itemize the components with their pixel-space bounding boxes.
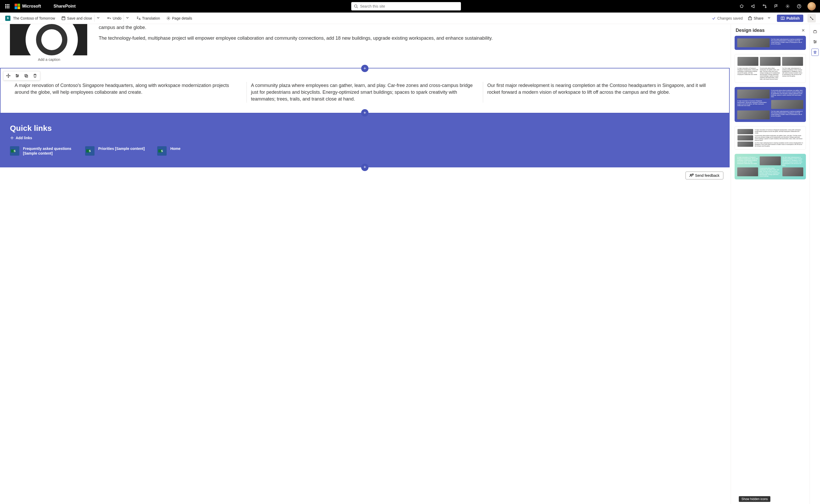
svg-point-4 <box>787 6 788 7</box>
hero-image[interactable] <box>10 24 87 55</box>
quick-links-section[interactable]: Quick links Add links S Frequently asked… <box>0 113 730 167</box>
move-section-button[interactable] <box>4 72 13 80</box>
quick-link-item[interactable]: S Home <box>157 146 180 156</box>
book-icon <box>781 16 785 20</box>
image-caption-placeholder[interactable]: Add a caption <box>10 57 88 62</box>
undo-dropdown[interactable] <box>124 15 131 22</box>
suite-header: Microsoft SharePoint <box>0 0 820 13</box>
quick-link-label: Home <box>170 146 180 151</box>
search-box[interactable] <box>351 2 461 10</box>
duplicate-section-button[interactable] <box>22 72 31 80</box>
quick-link-item[interactable]: S Priorities [Sample content] <box>85 146 145 156</box>
premium-icon[interactable] <box>736 0 747 13</box>
quick-link-label: Frequently asked questions [Sample conte… <box>23 146 73 156</box>
page-canvas[interactable]: Add a caption campus and the globe. The … <box>0 24 731 504</box>
toolbox-icon[interactable] <box>811 28 819 35</box>
hero-paragraph-1: campus and the globe. <box>99 24 720 31</box>
hero-text[interactable]: campus and the globe. The technology-fue… <box>99 24 720 62</box>
sliders-icon <box>15 74 19 78</box>
design-idea-card[interactable]: A major renovation of Contoso's Singapor… <box>735 54 806 83</box>
add-links-button[interactable]: Add links <box>10 136 720 140</box>
save-dropdown[interactable] <box>94 15 102 22</box>
svg-point-11 <box>17 77 17 77</box>
delete-section-button[interactable] <box>31 72 39 80</box>
publish-button[interactable]: Publish <box>777 15 803 22</box>
person-feedback-icon <box>689 173 694 178</box>
design-ideas-list[interactable]: Our first major redevelopment is nearing… <box>731 36 810 504</box>
quick-link-label: Priorities [Sample content] <box>98 146 145 151</box>
column-3-text[interactable]: Our first major redevelopment is nearing… <box>483 82 719 102</box>
sharepoint-tile-icon: S <box>157 146 167 156</box>
site-logo-icon: B <box>5 16 10 21</box>
show-hidden-icons-tooltip: Show hidden icons <box>739 496 770 502</box>
svg-point-3 <box>765 7 766 8</box>
edit-section-button[interactable] <box>13 72 22 80</box>
chevron-down-icon <box>125 16 130 20</box>
add-section-top-button[interactable]: + <box>361 65 368 72</box>
save-and-close-button[interactable]: Save and close <box>60 15 93 21</box>
add-section-below-button[interactable]: + <box>361 164 368 171</box>
search-input[interactable] <box>360 4 458 8</box>
collapse-pane-button[interactable] <box>807 14 816 22</box>
translation-icon <box>136 16 140 20</box>
command-bar: B The Contoso of Tomorrow Save and close… <box>0 13 820 24</box>
share-icon <box>748 16 752 20</box>
column-1-text[interactable]: A major renovation of Contoso's Singapor… <box>10 82 247 102</box>
save-status: Changes saved <box>712 16 743 20</box>
selected-section[interactable]: + A major renovation of Contoso's Singap… <box>0 68 730 113</box>
site-breadcrumb[interactable]: B The Contoso of Tomorrow <box>4 15 56 22</box>
add-section-bottom-button[interactable]: + <box>361 109 368 116</box>
column-2-text[interactable]: A community plaza where employees can ga… <box>247 82 483 102</box>
page-details-button[interactable]: Page details <box>165 15 193 21</box>
settings-icon[interactable] <box>782 0 793 13</box>
send-feedback-button[interactable]: Send feedback <box>686 172 723 179</box>
help-icon[interactable] <box>794 0 804 13</box>
right-rail <box>810 24 820 504</box>
svg-point-14 <box>690 174 691 175</box>
checkmark-icon <box>712 16 716 20</box>
quick-link-item[interactable]: S Frequently asked questions [Sample con… <box>10 146 73 156</box>
close-pane-button[interactable]: ✕ <box>801 28 805 33</box>
ms-logo-icon <box>15 4 20 9</box>
svg-rect-6 <box>62 17 65 20</box>
svg-point-9 <box>16 74 17 75</box>
share-button[interactable]: Share <box>747 15 764 21</box>
connector-icon[interactable] <box>759 0 770 13</box>
undo-button[interactable]: Undo <box>106 15 122 21</box>
design-ideas-rail-button[interactable] <box>811 49 819 56</box>
quick-links-title: Quick links <box>10 124 720 133</box>
search-icon <box>354 4 358 8</box>
design-idea-card[interactable]: A community plaza where employees can ga… <box>735 87 806 122</box>
chevron-down-icon <box>96 16 100 20</box>
save-icon <box>61 16 66 20</box>
design-idea-card[interactable]: A major renovation of Contoso's Singapor… <box>735 126 806 150</box>
svg-point-0 <box>354 5 357 7</box>
svg-rect-15 <box>813 31 817 33</box>
svg-point-10 <box>18 75 19 76</box>
app-launcher[interactable] <box>2 0 13 13</box>
translation-button[interactable]: Translation <box>135 15 161 21</box>
move-icon <box>6 74 10 78</box>
plus-icon <box>10 136 14 140</box>
pane-title: Design ideas <box>736 28 765 33</box>
svg-point-5 <box>797 4 801 8</box>
megaphone-icon[interactable] <box>748 0 758 13</box>
waffle-icon <box>5 4 9 8</box>
microsoft-logo[interactable]: Microsoft <box>15 4 41 9</box>
design-idea-card[interactable]: Our first major redevelopment is nearing… <box>735 36 806 50</box>
trash-icon <box>33 74 37 78</box>
properties-icon[interactable] <box>811 38 819 45</box>
flag-icon[interactable] <box>771 0 781 13</box>
share-dropdown[interactable] <box>765 15 773 22</box>
undo-icon <box>107 16 111 20</box>
sharepoint-tile-icon: S <box>85 146 95 156</box>
site-name: The Contoso of Tomorrow <box>13 16 55 20</box>
svg-point-8 <box>168 18 169 19</box>
gear-icon <box>166 16 171 20</box>
chevron-down-icon <box>767 16 771 20</box>
svg-rect-12 <box>25 74 27 77</box>
svg-rect-7 <box>63 17 64 18</box>
user-avatar[interactable] <box>807 2 816 10</box>
design-idea-card[interactable]: A major renovation of Contoso's Singapor… <box>735 154 806 179</box>
hero-paragraph-2: The technology-fueled, multiphase projec… <box>99 35 720 42</box>
